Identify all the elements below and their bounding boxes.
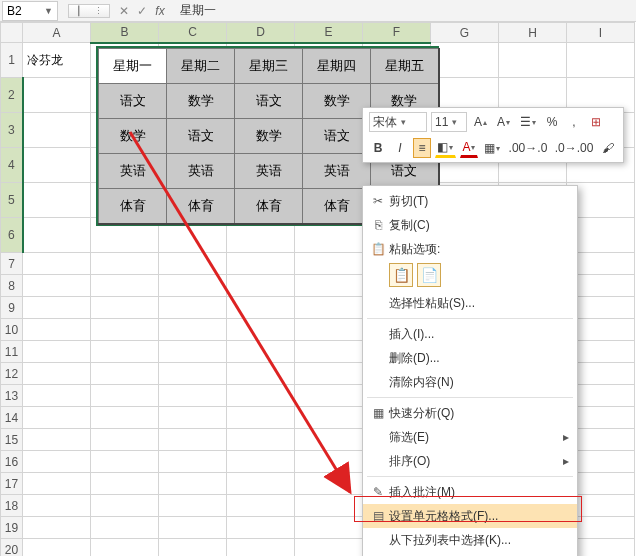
borders-icon[interactable]: ▦▾	[482, 138, 503, 158]
col-header-H[interactable]: H	[499, 23, 567, 43]
cell-A1[interactable]: 冷芬龙	[23, 43, 91, 78]
cell-I1[interactable]	[567, 43, 635, 78]
row-header-13[interactable]: 13	[1, 385, 23, 407]
cell-A11[interactable]	[23, 341, 91, 363]
ctx-cut[interactable]: ✂ 剪切(T)	[363, 189, 577, 213]
cell-A12[interactable]	[23, 363, 91, 385]
cell-C13[interactable]	[159, 385, 227, 407]
cell-A4[interactable]	[23, 148, 91, 183]
cell-B7[interactable]	[91, 253, 159, 275]
cell-D20[interactable]	[227, 539, 295, 557]
cell-A17[interactable]	[23, 473, 91, 495]
schedule-cell-r0-c2[interactable]: 语文	[235, 84, 303, 119]
format-painter-icon[interactable]: 🖌	[599, 138, 617, 158]
cell-A13[interactable]	[23, 385, 91, 407]
ctx-insert[interactable]: 插入(I)...	[363, 322, 577, 346]
col-header-C[interactable]: C	[159, 23, 227, 43]
formula-bar[interactable]: 星期一	[174, 2, 636, 19]
cell-B19[interactable]	[91, 517, 159, 539]
cell-D8[interactable]	[227, 275, 295, 297]
col-header-B[interactable]: B	[91, 23, 159, 43]
decrease-font-icon[interactable]: A▾	[494, 112, 513, 132]
cell-A2[interactable]	[23, 78, 91, 113]
cell-E18[interactable]	[295, 495, 363, 517]
paste-option-default[interactable]: 📋	[389, 263, 413, 287]
cell-A20[interactable]	[23, 539, 91, 557]
row-header-18[interactable]: 18	[1, 495, 23, 517]
col-header-E[interactable]: E	[295, 23, 363, 43]
cell-C9[interactable]	[159, 297, 227, 319]
cell-D7[interactable]	[227, 253, 295, 275]
cell-D14[interactable]	[227, 407, 295, 429]
cell-A6[interactable]	[23, 218, 91, 253]
cell-B17[interactable]	[91, 473, 159, 495]
cell-A14[interactable]	[23, 407, 91, 429]
schedule-cell-r1-c1[interactable]: 语文	[167, 119, 235, 154]
cell-D11[interactable]	[227, 341, 295, 363]
cell-E11[interactable]	[295, 341, 363, 363]
schedule-cell-r1-c2[interactable]: 数学	[235, 119, 303, 154]
cell-E10[interactable]	[295, 319, 363, 341]
schedule-cell-r3-c2[interactable]: 体育	[235, 189, 303, 224]
paste-option-values[interactable]: 📄	[417, 263, 441, 287]
cell-B11[interactable]	[91, 341, 159, 363]
cell-E19[interactable]	[295, 517, 363, 539]
row-header-11[interactable]: 11	[1, 341, 23, 363]
row-header-1[interactable]: 1	[1, 43, 23, 78]
col-header-G[interactable]: G	[431, 23, 499, 43]
schedule-cell-r0-c3[interactable]: 数学	[303, 84, 371, 119]
accounting-format-icon[interactable]: ☰▾	[517, 112, 539, 132]
select-all-corner[interactable]	[1, 23, 23, 43]
cell-E9[interactable]	[295, 297, 363, 319]
schedule-cell-r0-c1[interactable]: 数学	[167, 84, 235, 119]
cell-A7[interactable]	[23, 253, 91, 275]
row-header-19[interactable]: 19	[1, 517, 23, 539]
row-header-8[interactable]: 8	[1, 275, 23, 297]
cell-A18[interactable]	[23, 495, 91, 517]
schedule-cell-r2-c0[interactable]: 英语	[99, 154, 167, 189]
row-header-4[interactable]: 4	[1, 148, 23, 183]
row-header-12[interactable]: 12	[1, 363, 23, 385]
fx-icon[interactable]: fx	[152, 4, 168, 18]
cell-C20[interactable]	[159, 539, 227, 557]
schedule-header-0[interactable]: 星期一	[99, 49, 167, 84]
cell-E14[interactable]	[295, 407, 363, 429]
cancel-icon[interactable]: ✕	[116, 4, 132, 18]
schedule-cell-r3-c3[interactable]: 体育	[303, 189, 371, 224]
col-header-F[interactable]: F	[363, 23, 431, 43]
cell-C11[interactable]	[159, 341, 227, 363]
cell-C18[interactable]	[159, 495, 227, 517]
ctx-insert-comment[interactable]: ✎ 插入批注(M)	[363, 480, 577, 504]
cell-C7[interactable]	[159, 253, 227, 275]
row-header-7[interactable]: 7	[1, 253, 23, 275]
ctx-copy[interactable]: ⎘ 复制(C)	[363, 213, 577, 237]
col-header-A[interactable]: A	[23, 23, 91, 43]
row-header-16[interactable]: 16	[1, 451, 23, 473]
cell-E8[interactable]	[295, 275, 363, 297]
cell-E13[interactable]	[295, 385, 363, 407]
font-color-icon[interactable]: A▾	[460, 138, 478, 158]
row-header-2[interactable]: 2	[1, 78, 23, 113]
schedule-cell-r2-c1[interactable]: 英语	[167, 154, 235, 189]
comma-icon[interactable]: ,	[565, 112, 583, 132]
increase-decimal-icon[interactable]: .0→.00	[553, 138, 595, 158]
cell-E17[interactable]	[295, 473, 363, 495]
row-header-6[interactable]: 6	[1, 218, 23, 253]
cell-E16[interactable]	[295, 451, 363, 473]
schedule-header-1[interactable]: 星期二	[167, 49, 235, 84]
cell-E7[interactable]	[295, 253, 363, 275]
row-header-14[interactable]: 14	[1, 407, 23, 429]
ctx-sort[interactable]: 排序(O) ▸	[363, 449, 577, 473]
align-center-icon[interactable]: ≡	[413, 138, 431, 158]
ctx-delete[interactable]: 删除(D)...	[363, 346, 577, 370]
schedule-cell-r0-c0[interactable]: 语文	[99, 84, 167, 119]
ctx-quick-analysis[interactable]: ▦ 快速分析(Q)	[363, 401, 577, 425]
schedule-header-4[interactable]: 星期五	[371, 49, 439, 84]
cell-B20[interactable]	[91, 539, 159, 557]
cell-G1[interactable]	[431, 43, 499, 78]
cell-A10[interactable]	[23, 319, 91, 341]
ctx-paste-special[interactable]: 选择性粘贴(S)...	[363, 291, 577, 315]
cell-B8[interactable]	[91, 275, 159, 297]
italic-icon[interactable]: I	[391, 138, 409, 158]
cell-D10[interactable]	[227, 319, 295, 341]
